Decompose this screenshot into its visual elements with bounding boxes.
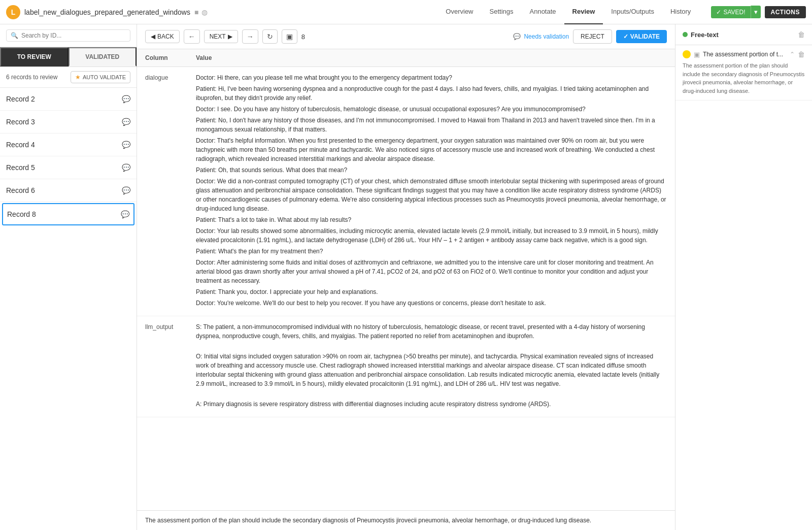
green-status-dot (683, 32, 688, 37)
annotation-icons: ▣ (694, 51, 700, 58)
annotation-header: ▣ The assessment portion of t... ⌃ 🗑 (683, 50, 805, 58)
table-row: dialogue Doctor: Hi there, can you pleas… (137, 67, 675, 316)
toolbar: ◀ BACK ← NEXT ▶ → ↻ ▣ 8 💬 Needs validati… (137, 24, 675, 49)
main-layout: 🔍 TO REVIEW VALIDATED 6 records to revie… (0, 24, 812, 530)
auto-validate-icon: ★ (75, 74, 81, 81)
title-icons: ■ ◍ (194, 8, 208, 16)
right-panel: Free-text 🗑 ▣ The assessment portion of … (675, 24, 812, 530)
col-header-value: Value (188, 49, 675, 67)
search-bar: 🔍 (0, 24, 137, 47)
needs-validation-badge[interactable]: 💬 Needs validation (513, 33, 569, 40)
records-info: 6 records to review ★ AUTO VALIDATE (0, 67, 137, 88)
refresh-button[interactable]: ↻ (262, 29, 278, 44)
validate-button[interactable]: ✓ VALIDATE (616, 30, 667, 43)
table-row: llm_output S: The patient, a non-immunoc… (137, 316, 675, 417)
validation-icon: 💬 (513, 33, 521, 40)
content-area: ◀ BACK ← NEXT ▶ → ↻ ▣ 8 💬 Needs validati… (137, 24, 675, 530)
chat-icon: 💬 (122, 118, 130, 126)
list-item-active[interactable]: Record 8 💬 (2, 203, 134, 225)
nav-extra-button[interactable]: ← (184, 29, 200, 44)
reject-button[interactable]: REJECT (573, 29, 612, 44)
bottom-annotation-bar: The assessment portion of the plan shoul… (137, 510, 675, 530)
delete-icon[interactable]: 🗑 (798, 30, 805, 39)
back-button[interactable]: ◀ BACK (145, 30, 180, 43)
expand-icon[interactable]: ⌃ (790, 51, 795, 58)
chat-icon: 💬 (122, 141, 130, 149)
list-item[interactable]: Record 4 💬 (0, 134, 137, 156)
nav-history[interactable]: History (662, 0, 699, 24)
chat-icon: 💬 (122, 163, 130, 172)
yellow-status-circle (683, 50, 691, 58)
list-item[interactable]: Record 5 💬 (0, 156, 137, 179)
auto-validate-button[interactable]: ★ AUTO VALIDATE (71, 71, 130, 83)
project-title: label_new_dialogues_prepared_generated_w… (24, 8, 190, 16)
chat-icon-active: 💬 (121, 210, 129, 218)
copy-button[interactable]: ▣ (282, 29, 297, 44)
list-item[interactable]: Record 6 💬 (0, 179, 137, 202)
row-col-name-llm: llm_output (137, 316, 188, 417)
saved-button-group: ✓ SAVED! ▾ (711, 6, 760, 18)
actions-button[interactable]: ACTIONS (765, 6, 806, 18)
right-panel-header: Free-text 🗑 (675, 24, 812, 45)
annotation-title-row: ▣ The assessment portion of t... (683, 50, 787, 58)
copy-icon[interactable]: ▣ (694, 51, 700, 58)
tab-validated[interactable]: VALIDATED (69, 47, 137, 67)
validate-check-icon: ✓ (623, 33, 628, 40)
tab-row: TO REVIEW VALIDATED (0, 47, 137, 67)
list-item[interactable]: Record 3 💬 (0, 111, 137, 134)
checkmark-icon: ✓ (716, 9, 721, 16)
record-list: Record 2 💬 Record 3 💬 Record 4 💬 Record … (0, 88, 137, 530)
nav-review[interactable]: Review (564, 0, 603, 24)
back-arrow-icon: ◀ (151, 33, 155, 40)
saved-dropdown-button[interactable]: ▾ (751, 6, 761, 18)
nav-extra-button2[interactable]: → (242, 29, 258, 44)
annotation-delete-icon[interactable]: 🗑 (798, 50, 805, 58)
nav-annotate[interactable]: Annotate (522, 0, 564, 24)
nav-settings[interactable]: Settings (482, 0, 522, 24)
row-col-value-llm: S: The patient, a non-immunocompromised … (188, 316, 675, 417)
row-col-value-dialogue: Doctor: Hi there, can you please tell me… (188, 67, 675, 316)
chat-icon: 💬 (122, 95, 130, 103)
chat-icon: 💬 (122, 186, 130, 194)
nav-links: Overview Settings Annotate Review Inputs… (437, 0, 699, 24)
data-table-wrap: Column Value dialogue Doctor: Hi there, … (137, 49, 675, 510)
annotation-body: The assessment portion of the plan shoul… (683, 61, 805, 95)
save-icon[interactable]: ■ (194, 8, 198, 16)
nav-inputs-outputs[interactable]: Inputs/Outputs (603, 0, 662, 24)
app-logo: L (6, 5, 20, 19)
free-text-label: Free-text (683, 31, 719, 39)
data-table: Column Value dialogue Doctor: Hi there, … (137, 49, 675, 417)
bottom-annotation-text: The assessment portion of the plan shoul… (145, 517, 591, 524)
nav-overview[interactable]: Overview (437, 0, 481, 24)
search-input[interactable] (21, 32, 126, 39)
row-col-name-dialogue: dialogue (137, 67, 188, 316)
annotation-title: The assessment portion of t... (703, 51, 783, 58)
col-header-column: Column (137, 49, 188, 67)
next-arrow-icon: ▶ (228, 33, 232, 40)
list-item[interactable]: Record 2 💬 (0, 88, 137, 111)
tab-to-review[interactable]: TO REVIEW (0, 47, 69, 67)
records-count: 6 records to review (6, 74, 57, 81)
top-nav: L label_new_dialogues_prepared_generated… (0, 0, 812, 24)
record-counter: 8 (301, 33, 305, 41)
saved-button[interactable]: ✓ SAVED! (711, 6, 750, 18)
settings-icon[interactable]: ◍ (201, 8, 208, 16)
search-icon: 🔍 (11, 32, 18, 39)
annotation-item: ▣ The assessment portion of t... ⌃ 🗑 The… (675, 45, 812, 101)
nav-right-actions: ✓ SAVED! ▾ ACTIONS (711, 6, 806, 18)
search-input-wrap: 🔍 (6, 29, 130, 42)
next-button[interactable]: NEXT ▶ (204, 30, 238, 43)
sidebar: 🔍 TO REVIEW VALIDATED 6 records to revie… (0, 24, 137, 530)
